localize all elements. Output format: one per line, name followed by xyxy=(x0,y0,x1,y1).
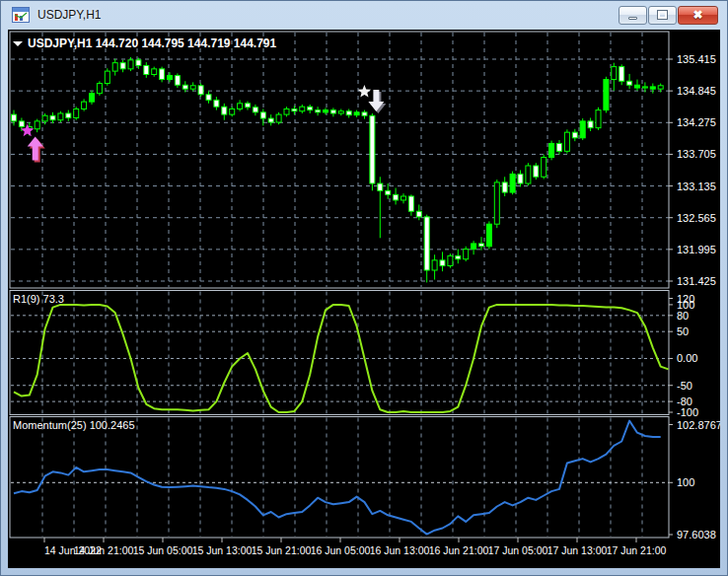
candle-body xyxy=(564,132,569,151)
momentum-axis-label: 100 xyxy=(677,476,694,488)
candle-body xyxy=(472,244,476,250)
r1-axis-label: -50 xyxy=(677,380,692,392)
candle-body xyxy=(642,87,647,88)
candle-body xyxy=(112,63,117,71)
candle-body xyxy=(612,67,617,80)
candle-body xyxy=(214,100,219,107)
candle-body xyxy=(190,86,195,89)
r1-indicator-label: R1(9) 73.3 xyxy=(13,293,64,305)
candle-body xyxy=(549,143,554,157)
candle-body xyxy=(238,104,243,109)
candle-body xyxy=(534,166,539,177)
time-axis-label: 17 Jun 05:00 xyxy=(488,544,548,556)
candle-body xyxy=(97,84,102,94)
grid-lines xyxy=(11,33,669,537)
candle-body xyxy=(330,110,335,113)
r1-axis-label: 0.00 xyxy=(677,352,697,364)
time-axis-label: 16 Jun 05:00 xyxy=(311,544,371,556)
candle-body xyxy=(494,182,499,224)
candle-body xyxy=(432,260,437,270)
candle-body xyxy=(206,95,211,101)
candle-body xyxy=(168,76,173,80)
candle-body xyxy=(19,121,24,127)
candle-body xyxy=(292,108,297,110)
candle-body xyxy=(152,69,157,75)
time-axis-label: 16 Jun 13:00 xyxy=(370,544,430,556)
minimize-button[interactable] xyxy=(619,6,647,25)
chart-window: USDJPY,H1 ✖ 135.415134.845134.275133.705… xyxy=(0,0,728,576)
candle-body xyxy=(378,183,383,190)
symbol-dropdown-icon[interactable] xyxy=(13,41,23,46)
candle-body xyxy=(82,102,87,108)
candle-body xyxy=(198,86,203,95)
price-axis[interactable]: 135.415134.845134.275133.705133.135132.5… xyxy=(669,53,716,287)
time-axis-label: 15 Jun 13:00 xyxy=(192,544,253,556)
candle-body xyxy=(105,71,109,83)
candle-body xyxy=(370,115,375,183)
r1-axis-label: 50 xyxy=(677,325,689,337)
candle-body xyxy=(246,104,251,108)
candle-body xyxy=(596,110,601,128)
candle-body xyxy=(284,108,289,114)
time-axis-label: 17 Jun 21:00 xyxy=(607,544,667,556)
candle-body xyxy=(635,85,640,88)
candle-body xyxy=(386,190,391,194)
candle-body xyxy=(136,60,141,66)
candle-body xyxy=(604,80,609,110)
restore-icon xyxy=(658,11,667,19)
time-axis-label: 15 Jun 21:00 xyxy=(252,544,312,556)
momentum-label: Momentum(25) 100.2465 xyxy=(13,419,135,431)
time-axis-label: 16 Jun 21:00 xyxy=(429,544,489,556)
time-axis[interactable]: 14 Jun 202214 Jun 21:0015 Jun 05:0015 Ju… xyxy=(44,538,667,556)
candle-body xyxy=(120,63,125,69)
candle-body xyxy=(12,114,17,121)
candle-body xyxy=(90,94,95,102)
chart-window-icon xyxy=(12,7,30,23)
price-axis-label: 131.995 xyxy=(677,244,716,255)
r1-axis[interactable]: 12010080500.00-50-80-100 xyxy=(669,293,698,419)
candle-body xyxy=(448,255,453,265)
signal-arrows xyxy=(21,85,386,163)
chart-canvas[interactable]: 135.415134.845134.275133.705133.135132.5… xyxy=(8,30,720,568)
candle-body xyxy=(128,60,133,69)
candle-body xyxy=(182,85,187,89)
candle-body xyxy=(572,132,577,138)
window-title: USDJPY,H1 xyxy=(37,8,619,22)
candle-body xyxy=(518,174,523,183)
r1-label: R1(9) 73.3 xyxy=(13,293,64,305)
candle-body xyxy=(354,112,359,115)
candle-body xyxy=(394,194,399,200)
candle-body xyxy=(160,69,165,80)
candle-body xyxy=(362,112,367,115)
restore-button[interactable] xyxy=(648,6,677,25)
momentum-axis[interactable]: 102.876710097.6038 xyxy=(669,419,720,541)
candle-body xyxy=(260,112,265,118)
candle-body xyxy=(66,113,71,118)
candle-body xyxy=(416,211,421,217)
candle-body xyxy=(276,114,281,122)
candle-body xyxy=(144,65,149,74)
close-button[interactable]: ✖ xyxy=(678,6,718,25)
ohlc-readout: USDJPY,H1 144.720 144.795 144.719 144.79… xyxy=(28,36,277,50)
candle-body xyxy=(456,255,461,258)
candle-body xyxy=(408,196,413,211)
candle-body xyxy=(316,110,321,112)
price-axis-label: 131.425 xyxy=(677,275,716,287)
candle-body xyxy=(557,143,562,151)
candle-body xyxy=(440,260,445,266)
momentum-axis-label: 97.6038 xyxy=(677,529,716,540)
candle-body xyxy=(464,250,469,259)
candle-body xyxy=(338,111,343,113)
chart-client-area: 135.415134.845134.275133.705133.135132.5… xyxy=(8,30,720,568)
candle-body xyxy=(502,182,507,192)
candle-body xyxy=(580,121,585,138)
price-axis-label: 132.565 xyxy=(677,212,716,224)
candle-body xyxy=(268,118,273,122)
title-bar[interactable]: USDJPY,H1 ✖ xyxy=(0,0,728,30)
candle-body xyxy=(175,76,180,86)
chart-header: USDJPY,H1 144.720 144.795 144.719 144.79… xyxy=(13,36,277,50)
candle-body xyxy=(619,67,624,82)
candle-body xyxy=(486,224,491,247)
time-axis-label: 14 Jun 21:00 xyxy=(74,544,134,556)
close-icon: ✖ xyxy=(692,9,702,21)
